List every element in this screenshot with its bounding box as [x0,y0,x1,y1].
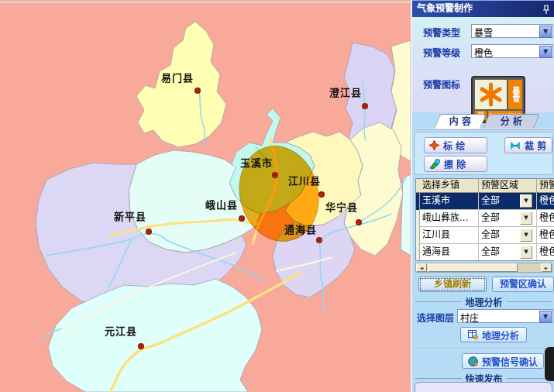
edge-grip-handle[interactable] [545,347,554,381]
cell-town[interactable]: 通海县 [420,244,479,261]
warning-type-value: 暴雪 [474,26,493,39]
city-marker [318,191,325,198]
quick-publish-box [415,382,552,392]
warning-level-label: 预警等级 [423,46,460,59]
scroll-right-icon[interactable]: ► [541,263,552,272]
county-label-huaning: 华宁县 [325,201,358,213]
cell-town[interactable]: 玉溪市 [420,193,479,210]
cell-level[interactable]: 橙色 [537,210,554,227]
chevron-down-icon[interactable]: ▼ [520,246,532,259]
city-marker [356,219,362,225]
chevron-down-icon[interactable]: ▼ [539,26,552,38]
panel-titlebar[interactable]: 气象预警制作 [412,0,554,17]
confirm-warning-signal-button[interactable]: 预警信号确认 [462,353,544,369]
diamond-marker-icon [429,140,439,150]
plot-button[interactable]: 标 绘 [424,137,487,153]
cell-area-value: 全部 [481,229,500,240]
table-row[interactable]: 江川县 全部 ▼ 橙色 [416,227,554,244]
tab-content[interactable]: 内 容 [434,114,487,129]
table-row[interactable]: 峨山彝族... 全部 ▼ 橙色 [416,210,554,227]
city-marker [316,237,322,243]
map-canvas[interactable]: 易门县 澄江县 玉溪市 江川县 华宁县 通海县 峨山县 新平县 元江县 [0,0,411,392]
chevron-down-icon[interactable]: ▼ [520,194,532,208]
cell-area[interactable]: 全部 ▼ [479,210,537,227]
chevron-down-icon[interactable]: ▼ [520,229,532,242]
chevron-down-icon[interactable]: ▼ [539,311,552,323]
geo-analysis-icon [468,330,478,339]
section-divider [412,348,554,349]
snowflake-icon [475,80,507,109]
city-marker [138,343,144,349]
cell-town[interactable]: 江川县 [420,227,479,244]
county-label-yuxi: 玉溪市 [240,157,273,169]
confirm-warning-area-button[interactable]: 预警区确认 [492,277,554,292]
scissors-icon [510,141,521,150]
cell-level[interactable]: 橙色 [537,193,554,210]
warning-maker-panel: 气象预警制作 预警类型 暴雪 ▼ 预警等级 橙色 ▼ 预警图标 [411,0,554,392]
warning-icon-name-badge: 暴雪 [508,80,522,109]
warning-form: 预警类型 暴雪 ▼ 预警等级 橙色 ▼ 预警图标 [412,17,554,112]
weather-warning-app: 易门县 澄江县 玉溪市 江川县 华宁县 通海县 峨山县 新平县 元江县 气象预警… [0,0,554,392]
cell-area[interactable]: 全部 ▼ [479,244,537,261]
warning-level-value: 橙色 [474,46,493,59]
city-marker [272,172,278,178]
clip-button-label: 裁 剪 [525,139,546,152]
layer-select-label: 选择图层 [417,311,454,324]
cell-area[interactable]: 全部 ▼ [479,227,537,244]
warning-icon-label: 预警图标 [423,77,460,91]
col-header-area[interactable]: 预警区域 [479,179,537,193]
cell-town[interactable]: 峨山彝族... [420,210,479,227]
cell-level[interactable]: 橙色 [537,227,554,244]
tab-divider [412,129,554,130]
geo-analysis-button[interactable]: 地理分析 [460,327,527,342]
county-label-jiangchuan: 江川县 [288,175,321,187]
refresh-towns-button[interactable]: 乡镇刷新 [418,277,487,292]
county-label-eshan: 峨山县 [205,199,238,211]
plot-button-label: 标 绘 [443,139,465,152]
layer-value: 村庄 [460,311,479,324]
township-table[interactable]: 选择乡镇 预警区域 预警等级 玉溪市 全部 ▼ 橙色 峨山彝族... 全部 ▼ [415,178,554,261]
geo-group-caption: 地理分析 [466,295,503,308]
erase-button[interactable]: 擦 除 [424,156,487,172]
scroll-left-icon[interactable]: ◄ [416,263,427,272]
warning-level-select[interactable]: 橙色 ▼ [471,44,553,58]
erase-button-label: 擦 除 [444,157,466,170]
county-label-yimen: 易门县 [161,72,194,84]
chevron-down-icon[interactable]: ▼ [520,211,532,225]
table-row[interactable]: 玉溪市 全部 ▼ 橙色 [416,193,554,210]
county-label-chengjiang: 澄江县 [329,87,362,98]
table-hscrollbar[interactable]: ◄ ► [415,263,552,273]
scrollbar-thumb[interactable] [428,263,518,272]
geo-analysis-button-label: 地理分析 [482,328,519,342]
county-label-tonghai: 通海县 [284,224,317,236]
county-label-xinping: 新平县 [114,211,146,222]
globe-icon [468,356,478,366]
cell-area[interactable]: 全部 ▼ [479,193,537,210]
col-header-level[interactable]: 预警等级 [537,179,554,193]
analysis-toolbar: 标 绘 裁 剪 擦 除 [414,132,553,175]
cell-area-value: 全部 [481,212,500,223]
clip-button[interactable]: 裁 剪 [504,137,552,153]
tab-analysis-label: 分 析 [487,115,536,129]
cell-area-value: 全部 [481,195,500,206]
city-marker [362,103,368,109]
city-marker [239,215,245,222]
table-row[interactable]: 通海县 全部 ▼ 橙色 [416,244,554,261]
warning-type-select[interactable]: 暴雪 ▼ [471,24,553,38]
city-marker [194,88,201,94]
city-marker [146,229,152,235]
tab-analysis[interactable]: 分 析 [483,114,540,129]
cell-area-value: 全部 [481,246,500,257]
layer-select[interactable]: 村庄 ▼ [457,309,553,323]
tab-content-label: 内 容 [438,115,483,129]
map-boundary-line [0,2,411,3]
chevron-down-icon[interactable]: ▼ [539,46,552,58]
warning-type-label: 预警类型 [423,26,460,39]
cell-level[interactable]: 橙色 [537,244,554,261]
geo-analysis-group-label: 地理分析 [415,295,552,308]
eraser-icon [429,159,440,169]
confirm-signal-button-label: 预警信号确认 [482,355,538,368]
panel-title: 气象预警制作 [417,3,473,14]
col-header-town[interactable]: 选择乡镇 [416,179,479,193]
county-label-yuanjiang: 元江县 [105,325,137,337]
